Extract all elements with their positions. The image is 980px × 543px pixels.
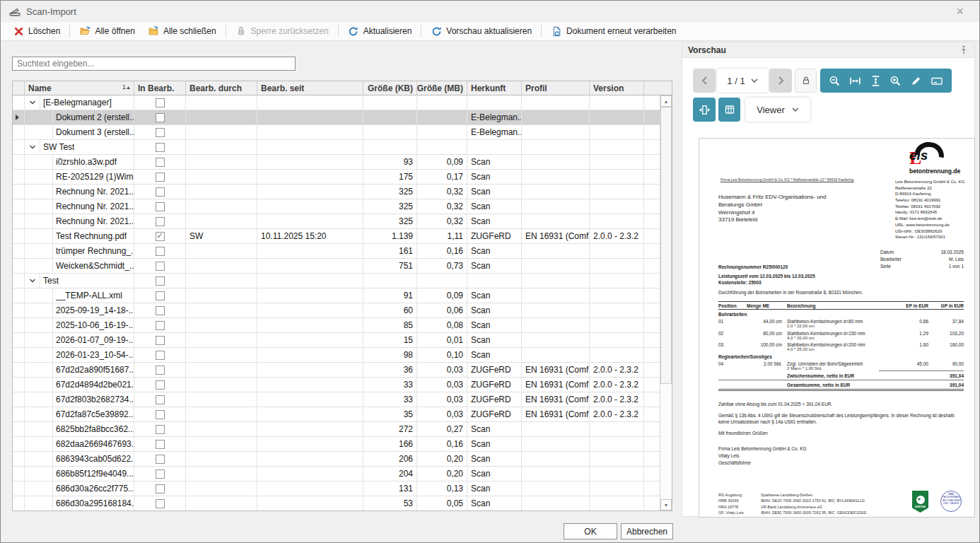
table-row[interactable]: 67d2d2a890f51687...360,03ZUGFeRDEN 16931… [13,363,672,378]
toolbar-button-close-all[interactable]: Alle schließen [141,23,223,39]
page-indicator-dropdown[interactable]: 1 / 1 [717,69,768,93]
in-bearb-checkbox[interactable] [156,113,165,122]
in-bearb-checkbox[interactable] [156,202,165,211]
viewer-dropdown[interactable]: Viewer [745,98,810,122]
column-header-in-bearb-[interactable]: In Bearb. [134,81,186,95]
table-row[interactable]: 686b85f12f9e4049...2040,20Scan [13,467,672,481]
in-bearb-checkbox[interactable] [156,484,165,494]
toolbar-button-delete[interactable]: Löschen [6,23,66,39]
table-row[interactable]: 2025-09-19_14-18-...600,06Scan [13,303,672,318]
scrollbar-thumb[interactable] [660,107,672,384]
column-header-name[interactable]: Name1▲ [25,81,134,95]
toolbar-button-open-all[interactable]: Alle öffnen [73,23,141,39]
cancel-button[interactable]: Abbrechen [621,523,673,539]
column-header-gr-e-mb-[interactable]: Größe (MB) [417,81,467,95]
table-row[interactable]: __TEMP-ALL.xml910,09Scan [13,288,672,303]
in-bearb-checkbox[interactable] [156,262,165,271]
table-row[interactable]: Rechnung Nr. 2021...3250,32Scan [13,199,672,214]
ok-button[interactable]: OK [564,523,617,539]
table-row[interactable]: Rechnung Nr. 2021...3250,32Scan [13,185,672,199]
column-header-bearb-durch[interactable]: Bearb. durch [186,81,257,95]
prev-page-button[interactable] [693,69,716,93]
table-row[interactable]: 67d2fa87c5e39892...350,03ZUGFeRDEN 16931… [13,407,672,422]
fit-width-icon[interactable] [849,75,861,87]
lock-preview-button[interactable] [795,69,817,93]
cell-in-bearb [134,140,186,154]
in-bearb-checkbox[interactable] [156,410,165,419]
in-bearb-checkbox[interactable] [156,336,165,345]
in-bearb-checkbox[interactable] [156,380,165,390]
cell-version [590,288,644,303]
search-input[interactable] [12,57,296,71]
table-row[interactable]: i0zrshlo.a3w.pdf930,09Scan [13,155,672,170]
column-header-herkunft[interactable]: Herkunft [467,81,522,95]
in-bearb-checkbox[interactable] [156,469,165,479]
toolbar-button-reset-lock[interactable]: Sperre zurücksetzen [229,23,335,39]
in-bearb-checkbox[interactable] [156,128,165,137]
in-bearb-checkbox[interactable] [156,321,165,330]
column-header-version[interactable]: Version [590,81,644,95]
column-header-gr-e-kb-[interactable]: Größe (KB) [363,81,417,95]
expand-chevron-icon[interactable] [29,277,36,284]
expand-chevron-icon[interactable] [29,99,36,106]
table-row[interactable]: 682daa2669467693...1660,16Scan [13,437,672,452]
fit-height-icon[interactable] [870,75,882,87]
table-row[interactable]: 67d2f803b2682734...330,03ZUGFeRDEN 16931… [13,392,672,407]
zoom-in-icon[interactable] [889,75,902,87]
table-row[interactable]: Test [13,274,672,288]
expand-chevron-icon[interactable] [29,144,36,151]
in-bearb-checkbox[interactable] [156,366,165,375]
table-row[interactable]: Dokument 3 (erstell...E-Belegman... [13,125,672,140]
scroll-down-icon[interactable]: ▼ [660,499,672,510]
in-bearb-checkbox[interactable] [156,425,165,434]
in-bearb-checkbox[interactable] [156,143,165,152]
table-row[interactable]: 686d30a295168184...530,05Scan [13,496,672,511]
table-row[interactable]: Rechnung Nr. 2021...3250,32Scan [13,214,672,229]
in-bearb-checkbox[interactable] [156,158,165,167]
table-row[interactable]: trümper Rechnung_...1610,16Scan [13,244,672,259]
table-row[interactable]: 6863943cab05d622...2060,20Scan [13,452,672,467]
table-row[interactable]: [E-Belegmanager] [13,95,672,110]
in-bearb-checkbox[interactable] [156,217,165,226]
table-row[interactable]: 2026-01-07_09-19-...150,01Scan [13,333,672,348]
table-row[interactable]: 686d30a26cc2f775...1310,13Scan [13,481,672,496]
in-bearb-checkbox[interactable] [156,173,165,182]
table-row[interactable]: 2026-01-23_10-54-...980,10Scan [13,348,672,363]
close-icon[interactable]: × [952,4,968,18]
in-bearb-checkbox[interactable] [156,440,165,449]
toolbar-button-reprocess[interactable]: Dokument erneut verarbeiten [544,23,682,39]
zoom-out-icon[interactable] [829,75,841,87]
table-row[interactable]: SW Test [13,140,672,155]
toolbar-button-refresh-preview[interactable]: Vorschau aktualisieren [424,23,538,39]
column-header-profil[interactable]: Profil [522,81,590,95]
table-row[interactable]: Dokument 2 (erstell...E-Belegman... [13,110,672,125]
table-row[interactable]: Test Rechnung.pdfSW10.11.2025 15:201.139… [13,229,672,244]
in-bearb-checkbox[interactable] [156,98,165,107]
table-scrollbar[interactable]: ▲ ▼ [660,95,672,510]
in-bearb-checkbox[interactable] [156,232,165,241]
grid-view-button[interactable] [718,98,740,122]
in-bearb-checkbox[interactable] [156,351,165,360]
table-row[interactable]: 2025-10-06_16-19-...850,08Scan [13,318,672,333]
in-bearb-checkbox[interactable] [156,499,165,508]
document-preview-page[interactable]: Leis betontrennung.de Leis Betontrennung… [699,138,975,518]
column-header-bearb-seit[interactable]: Bearb. seit [257,81,363,95]
in-bearb-checkbox[interactable] [156,291,165,300]
in-bearb-checkbox[interactable] [156,247,165,256]
in-bearb-checkbox[interactable] [156,276,165,286]
table-row[interactable]: RE-2025129 (1)Wim...1750,17Scan [13,170,672,185]
fit-page-button[interactable] [693,98,716,122]
in-bearb-checkbox[interactable] [156,455,165,464]
in-bearb-checkbox[interactable] [156,395,165,404]
table-row[interactable]: 67d2d4894d2be021...330,03ZUGFeRDEN 16931… [13,378,672,392]
in-bearb-checkbox[interactable] [156,187,165,197]
in-bearb-checkbox[interactable] [156,306,165,315]
table-row[interactable]: 6825bb2fa8bcc362...2720,27Scan [13,422,672,437]
table-row[interactable]: Weicken&Schmidt_...7510,73Scan [13,259,672,274]
pen-icon[interactable] [910,75,922,87]
stamp-card-icon[interactable] [931,75,943,87]
toolbar-button-refresh[interactable]: Aktualisieren [342,23,419,39]
pin-icon[interactable] [959,45,969,55]
next-page-button[interactable] [769,69,792,93]
scroll-up-icon[interactable]: ▲ [660,95,672,107]
